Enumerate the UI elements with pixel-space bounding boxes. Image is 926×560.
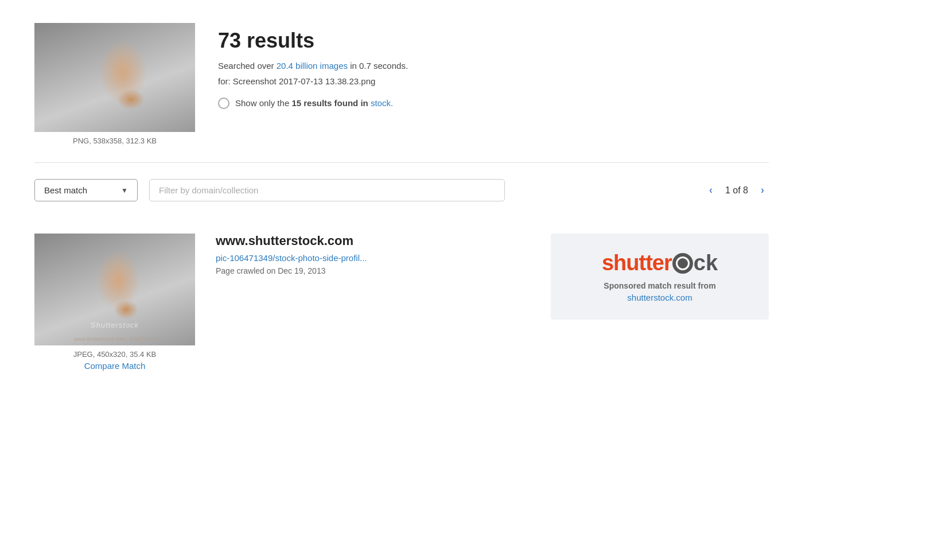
result-crawled: Page crawled on Dec 19, 2013 (216, 266, 530, 275)
result-image[interactable]: Shutterstock www.shutterstock.com · 1064… (34, 234, 195, 345)
sponsored-text: Sponsored match result from (604, 281, 715, 290)
prev-page-button[interactable]: ‹ (705, 182, 717, 199)
show-only-prefix: Show only the (235, 98, 291, 108)
sponsored-link[interactable]: shutterstock.com (627, 293, 692, 302)
result-image-container: Shutterstock www.shutterstock.com · 1064… (34, 234, 195, 371)
stock-filter: Show only the 15 results found in stock. (218, 98, 408, 109)
sort-dropdown[interactable]: Best match ▼ (34, 179, 138, 201)
query-image (34, 23, 195, 132)
pagination-info: 1 of 8 (725, 185, 748, 196)
watermark-text: Shutterstock (91, 321, 139, 329)
top-section: PNG, 538x358, 312.3 KB 73 results Search… (34, 23, 769, 145)
stock-filter-text: Show only the 15 results found in stock. (235, 98, 393, 108)
result-item: Shutterstock www.shutterstock.com · 1064… (34, 222, 769, 388)
results-for: for: Screenshot 2017-07-13 13.38.23.png (218, 76, 408, 86)
page-wrapper: PNG, 538x358, 312.3 KB 73 results Search… (0, 0, 803, 411)
searched-suffix: in 0.7 seconds. (348, 61, 408, 71)
pagination-total: 8 (743, 185, 748, 195)
logo-circle-icon (672, 253, 693, 274)
pagination-current: 1 (725, 185, 730, 195)
results-searched: Searched over 20.4 billion images in 0.7… (218, 60, 408, 73)
stock-link[interactable]: stock. (371, 98, 393, 108)
next-page-button[interactable]: › (756, 182, 769, 199)
query-image-face (34, 23, 195, 132)
section-divider (34, 162, 769, 163)
stock-count-bold: 15 results found in (291, 98, 371, 108)
result-domain: www.shutterstock.com (216, 234, 530, 248)
stock-filter-radio[interactable] (218, 98, 229, 109)
pagination: ‹ 1 of 8 › (705, 182, 769, 199)
results-info: 73 results Searched over 20.4 billion im… (218, 23, 408, 109)
result-url-link[interactable]: pic-106471349/stock-photo-side-profil... (216, 253, 530, 263)
result-details: www.shutterstock.com pic-106471349/stock… (216, 234, 530, 275)
billion-images-link[interactable]: 20.4 billion images (277, 61, 348, 71)
result-image-meta: JPEG, 450x320, 35.4 KB (73, 350, 157, 359)
logo-shutter-text: shutter (602, 251, 672, 275)
searched-prefix: Searched over (218, 61, 277, 71)
dropdown-arrow-icon: ▼ (121, 186, 128, 195)
results-count: 73 results (218, 29, 408, 53)
filter-input[interactable] (149, 179, 505, 201)
query-image-container: PNG, 538x358, 312.3 KB (34, 23, 195, 145)
controls-bar: Best match ▼ ‹ 1 of 8 › (34, 179, 769, 201)
query-image-meta: PNG, 538x358, 312.3 KB (73, 137, 157, 145)
image-url-small: www.shutterstock.com · 106471349 (74, 336, 155, 342)
compare-match-link[interactable]: Compare Match (84, 361, 146, 371)
sort-label: Best match (44, 185, 87, 195)
logo-ck-text: ck (694, 251, 718, 275)
shutterstock-logo: shutter ck (602, 251, 718, 275)
pagination-of-label: of (733, 185, 740, 195)
sponsored-box: shutter ck Sponsored match result from s… (551, 234, 769, 320)
